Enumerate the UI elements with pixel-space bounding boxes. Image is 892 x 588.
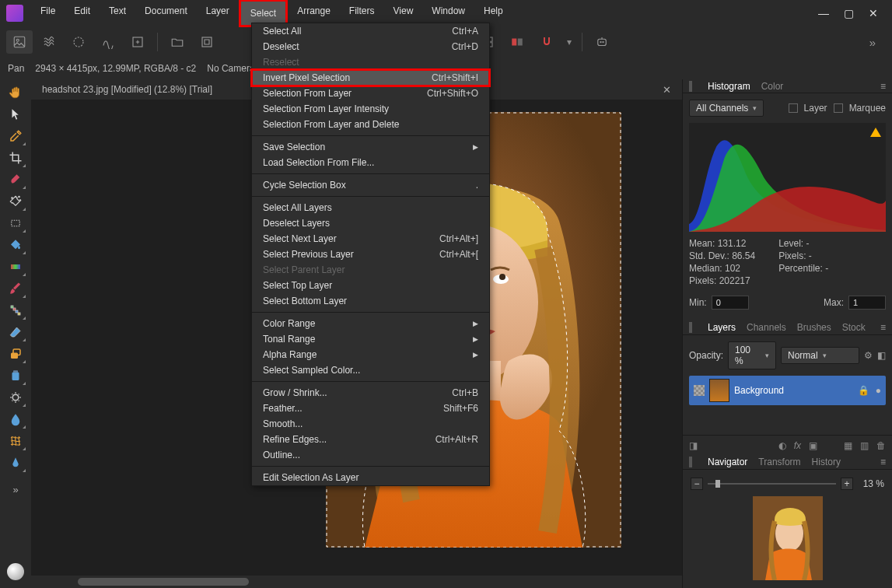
zoom-in-button[interactable]: +	[841, 478, 853, 490]
toolbar-inpaint-icon[interactable]	[194, 30, 220, 54]
minimize-button[interactable]: —	[817, 7, 830, 19]
pan-tool[interactable]	[3, 82, 28, 103]
zoom-slider[interactable]	[708, 483, 836, 485]
expand-tools[interactable]: »	[3, 479, 28, 499]
erase-tool[interactable]	[3, 322, 28, 342]
menu-item-smooth[interactable]: Smooth...	[252, 416, 489, 432]
mask-layer-icon[interactable]: ◨	[689, 440, 698, 451]
layer-options-icon[interactable]: ◧	[877, 350, 886, 361]
menu-item-outline[interactable]: Outline...	[252, 447, 489, 463]
flood-fill-tool[interactable]	[3, 235, 28, 255]
group-layer-icon[interactable]: ▥	[860, 440, 869, 451]
menu-item-select-previous-layer[interactable]: Select Previous LayerCtrl+Alt+[	[252, 247, 489, 262]
menu-edit[interactable]: Edit	[65, 0, 100, 27]
menu-item-tonal-range[interactable]: Tonal Range▶	[252, 331, 489, 347]
zoom-slider-thumb[interactable]	[715, 480, 720, 488]
marquee-checkbox[interactable]	[834, 103, 843, 113]
dodge-tool[interactable]	[3, 387, 28, 408]
menu-layer[interactable]: Layer	[197, 0, 239, 27]
color-picker-tool[interactable]	[3, 126, 28, 146]
menu-item-cycle-selection-box[interactable]: Cycle Selection Box.	[252, 177, 489, 193]
mesh-warp-tool[interactable]	[3, 431, 28, 451]
marquee-tool[interactable]	[3, 213, 28, 233]
crop-layer-icon[interactable]: ▣	[809, 440, 817, 451]
navigator-thumbnail[interactable]	[753, 496, 823, 580]
opacity-field[interactable]: 100 %	[728, 341, 776, 369]
gradient-tool[interactable]	[3, 257, 28, 277]
menu-item-load-selection-from-file[interactable]: Load Selection From File...	[252, 155, 489, 170]
menu-item-select-all[interactable]: Select AllCtrl+A	[252, 23, 489, 39]
panel-menu-icon[interactable]: ≡	[880, 457, 886, 467]
menu-item-selection-from-layer-intensity[interactable]: Selection From Layer Intensity	[252, 101, 489, 117]
max-field[interactable]	[848, 296, 886, 310]
menu-item-select-bottom-layer[interactable]: Select Bottom Layer	[252, 293, 489, 309]
menu-item-refine-edges[interactable]: Refine Edges...Ctrl+Alt+R	[252, 432, 489, 447]
channels-dropdown[interactable]: All Channels	[689, 100, 764, 117]
pen-tool[interactable]	[3, 453, 28, 473]
toolbar-split-icon[interactable]	[504, 30, 530, 54]
menu-file[interactable]: File	[31, 0, 65, 27]
add-layer-icon[interactable]: ▦	[844, 440, 852, 451]
menu-item-deselect[interactable]: DeselectCtrl+D	[252, 39, 489, 54]
menu-item-select-top-layer[interactable]: Select Top Layer	[252, 278, 489, 293]
layer-visibility-checkbox[interactable]	[694, 385, 705, 396]
blur-tool[interactable]	[3, 409, 28, 429]
pixel-tool[interactable]	[3, 300, 28, 320]
tab-layers[interactable]: Layers	[708, 322, 736, 333]
gear-icon[interactable]: ⚙	[864, 350, 873, 361]
menu-item-selection-from-layer[interactable]: Selection From LayerCtrl+Shift+O	[252, 86, 489, 101]
close-tab-icon[interactable]: ✕	[663, 84, 671, 96]
tab-stock[interactable]: Stock	[842, 322, 866, 333]
fx-icon[interactable]: fx	[794, 440, 801, 451]
toolbar-open-icon[interactable]	[164, 30, 191, 54]
move-tool[interactable]	[3, 104, 28, 124]
delete-layer-icon[interactable]: 🗑	[876, 440, 886, 451]
menu-item-alpha-range[interactable]: Alpha Range▶	[252, 347, 489, 362]
toolbar-assistant-icon[interactable]	[589, 30, 615, 54]
layer-item[interactable]: Background 🔒 ●	[689, 376, 886, 405]
clone-tool[interactable]	[3, 344, 28, 364]
persona-develop-icon[interactable]	[65, 30, 92, 54]
tab-brushes[interactable]: Brushes	[797, 322, 831, 333]
panel-menu-icon[interactable]: ≡	[880, 81, 886, 92]
persona-tone-icon[interactable]	[95, 30, 121, 54]
menu-item-select-all-layers[interactable]: Select All Layers	[252, 200, 489, 215]
toolbar-dropdown-icon[interactable]: ▾	[563, 30, 575, 54]
persona-photo-icon[interactable]	[6, 30, 33, 54]
maximize-button[interactable]: ▢	[842, 7, 855, 19]
menu-item-invert-pixel-selection[interactable]: Invert Pixel SelectionCtrl+Shift+I	[252, 70, 489, 86]
persona-export-icon[interactable]	[124, 30, 151, 54]
close-button[interactable]: ✕	[867, 7, 880, 19]
menu-item-feather[interactable]: Feather...Shift+F6	[252, 401, 489, 416]
flood-select-tool[interactable]	[3, 191, 28, 212]
color-swatch[interactable]	[7, 563, 24, 580]
menu-item-select-next-layer[interactable]: Select Next LayerCtrl+Alt+]	[252, 231, 489, 247]
layer-checkbox[interactable]	[789, 103, 798, 113]
tab-navigator[interactable]: Navigator	[708, 457, 747, 467]
tab-transform[interactable]: Transform	[758, 457, 800, 467]
toolbar-more-icon[interactable]: »	[859, 30, 886, 54]
panel-menu-icon[interactable]: ≡	[880, 322, 886, 333]
menu-item-color-range[interactable]: Color Range▶	[252, 316, 489, 331]
paint-brush-tool[interactable]	[3, 278, 28, 299]
tab-channels[interactable]: Channels	[747, 322, 786, 333]
toolbar-snapping-icon[interactable]	[533, 30, 560, 54]
blend-mode-dropdown[interactable]: Normal	[781, 347, 859, 364]
crop-tool[interactable]	[3, 148, 28, 168]
tab-histogram[interactable]: Histogram	[708, 81, 750, 92]
menu-item-edit-selection-as-layer[interactable]: Edit Selection As Layer	[252, 470, 489, 485]
menu-text[interactable]: Text	[100, 0, 135, 27]
menu-document[interactable]: Document	[135, 0, 197, 27]
min-field[interactable]	[712, 296, 749, 310]
zoom-out-button[interactable]: −	[691, 478, 703, 490]
menu-item-grow-shrink[interactable]: Grow / Shrink...Ctrl+B	[252, 385, 489, 401]
tab-color[interactable]: Color	[761, 81, 784, 92]
tab-history[interactable]: History	[812, 457, 841, 467]
scrollbar-thumb[interactable]	[78, 578, 249, 586]
inpaint-tool[interactable]	[3, 366, 28, 386]
persona-liquify-icon[interactable]	[36, 30, 62, 54]
menu-item-select-sampled-color[interactable]: Select Sampled Color...	[252, 362, 489, 378]
selection-brush-tool[interactable]	[3, 170, 28, 190]
menu-item-deselect-layers[interactable]: Deselect Layers	[252, 215, 489, 231]
menu-item-save-selection[interactable]: Save Selection▶	[252, 139, 489, 155]
